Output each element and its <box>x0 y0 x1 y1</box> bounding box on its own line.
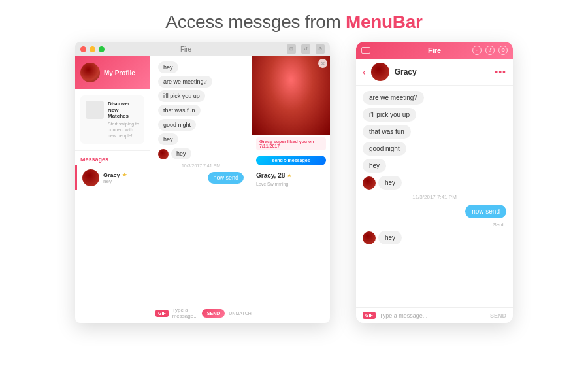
screen-icon <box>361 47 370 54</box>
discover-subtitle: Start swiping to connect with new people… <box>108 121 139 139</box>
sent-status: Sent <box>363 222 506 227</box>
chat-input-bar: GIF Type a message... SEND UNMATCH REPOR… <box>150 303 252 323</box>
list-item: hey <box>363 159 386 173</box>
message-input[interactable]: Type a message... <box>172 307 198 319</box>
list-item: that was fun <box>363 125 411 139</box>
sender-mini-avatar <box>363 176 376 190</box>
header-normal-text: Access messges from <box>165 12 346 32</box>
mobile-contact-avatar <box>371 63 389 81</box>
desktop-app-window: Fire ⊡ ↺ ⚙ My Profile <box>75 42 330 323</box>
sender-avatar <box>158 149 169 159</box>
mobile-timestamp: 11/3/2017 7:41 PM <box>363 194 506 200</box>
mobile-input-bar: GIF Type a message... SEND <box>356 307 513 323</box>
window-control-icons: ⊡ ↺ ⚙ <box>287 44 325 54</box>
star-icon: ★ <box>122 172 127 178</box>
profile-bio: Love Swimming <box>256 181 326 188</box>
list-item: i'll pick you up <box>158 90 205 102</box>
avatar <box>80 63 100 82</box>
sent-message: now send <box>208 172 244 184</box>
gif-button[interactable]: GIF <box>363 312 376 319</box>
window-dot-green[interactable] <box>99 46 105 52</box>
contact-avatar <box>82 169 99 186</box>
sidebar-profile[interactable]: My Profile <box>75 56 150 89</box>
mobile-titlebar-icons: ⌂ ↺ ⚙ <box>472 46 508 55</box>
window-title: Fire <box>108 46 264 53</box>
contact-name: Gracy ★ <box>103 172 144 178</box>
gif-button[interactable]: GIF <box>155 310 169 317</box>
list-item: are we meeting? <box>363 91 424 105</box>
like-badge: Gracy super liked you on 7/11/2017 <box>256 137 326 150</box>
profile-photo-image <box>252 56 330 135</box>
discover-icon <box>86 101 104 119</box>
list-item: i'll pick you up <box>363 108 416 122</box>
header-bold-text: MenuBar <box>346 12 423 32</box>
window-dot-yellow[interactable] <box>90 46 95 52</box>
page-header: Access messges from MenuBar <box>165 0 422 42</box>
close-button[interactable]: ✕ <box>318 59 327 68</box>
sidebar-contact-gracy[interactable]: Gracy ★ hey <box>75 165 150 190</box>
messages-label: Messages <box>75 151 150 165</box>
profile-display-name: Gracy, 28 ★ <box>256 172 326 179</box>
mobile-titlebar-left-icon <box>361 47 370 54</box>
window-icon-3[interactable]: ⚙ <box>316 44 325 54</box>
profile-info: Gracy, 28 ★ Love Swimming <box>252 168 330 192</box>
list-item: hey <box>158 61 178 73</box>
list-item: hey <box>378 231 402 244</box>
chat-messages-area: hey are we meeting? i'll pick you up tha… <box>150 56 252 303</box>
discover-box[interactable]: Discover New Matches Start swiping to co… <box>80 95 144 144</box>
contact-info: Gracy ★ hey <box>103 172 144 184</box>
desktop-chat: hey are we meeting? i'll pick you up tha… <box>150 56 252 323</box>
profile-panel: ✕ Gracy super liked you on 7/11/2017 sen… <box>252 56 330 323</box>
discover-section: Discover New Matches Start swiping to co… <box>75 89 150 151</box>
contact-preview: hey <box>103 178 144 184</box>
mobile-titlebar: Fire ⌂ ↺ ⚙ <box>356 42 513 59</box>
mobile-app-window: Fire ⌂ ↺ ⚙ ‹ Gracy ••• are we meeting? i… <box>356 42 513 323</box>
profile-photo: ✕ <box>252 56 330 135</box>
profile-name: My Profile <box>104 69 135 76</box>
mobile-message-input[interactable]: Type a message... <box>380 312 486 319</box>
list-item: that was fun <box>158 105 201 116</box>
window-body: My Profile Discover New Matches Start sw… <box>75 56 330 323</box>
sent-message: now send <box>465 205 506 218</box>
list-item: hey <box>171 148 191 159</box>
window-icon-1[interactable]: ⊡ <box>287 44 296 54</box>
unmatch-button[interactable]: UNMATCH <box>229 311 251 316</box>
list-item: hey <box>158 133 178 145</box>
refresh-icon[interactable]: ↺ <box>485 46 495 55</box>
hey-avatar-row: hey <box>363 231 506 244</box>
mobile-chat-header: ‹ Gracy ••• <box>356 59 513 86</box>
back-button[interactable]: ‹ <box>363 67 366 77</box>
mobile-send-button[interactable]: SEND <box>490 312 506 319</box>
mobile-contact-name: Gracy <box>395 67 490 76</box>
list-item: hey <box>378 176 402 190</box>
avatar-image <box>80 63 100 82</box>
send-messages-button[interactable]: send 5 messages <box>256 156 326 165</box>
list-item: are we meeting? <box>158 76 212 88</box>
more-options-button[interactable]: ••• <box>495 67 506 77</box>
window-icon-2[interactable]: ↺ <box>301 44 310 54</box>
discover-title: Discover New Matches <box>108 101 139 120</box>
star-icon: ★ <box>287 173 291 178</box>
window-titlebar: Fire ⊡ ↺ ⚙ <box>75 42 330 56</box>
send-button[interactable]: SEND <box>202 309 225 318</box>
sender-mini-avatar <box>363 231 376 244</box>
mobile-title: Fire <box>428 46 441 54</box>
desktop-sidebar: My Profile Discover New Matches Start sw… <box>75 56 150 323</box>
window-dot-red[interactable] <box>80 46 86 52</box>
mobile-messages-area: are we meeting? i'll pick you up that wa… <box>356 86 513 307</box>
timestamp: 10/3/2017 7:41 PM <box>158 163 244 168</box>
discover-text: Discover New Matches Start swiping to co… <box>108 101 139 139</box>
main-content: Fire ⊡ ↺ ⚙ My Profile <box>0 42 588 323</box>
list-item: good night <box>158 119 196 131</box>
list-item: good night <box>363 142 406 156</box>
avatar-message-row: hey <box>363 176 506 190</box>
home-icon[interactable]: ⌂ <box>472 46 482 55</box>
settings-icon[interactable]: ⚙ <box>498 46 508 55</box>
